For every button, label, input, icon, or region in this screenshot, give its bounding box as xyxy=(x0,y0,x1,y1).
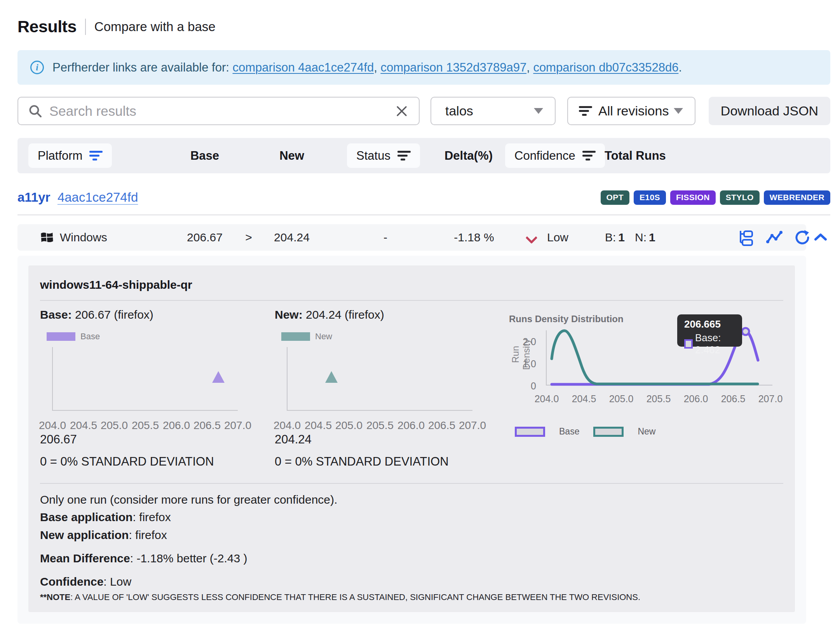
subtests-icon[interactable] xyxy=(737,229,755,246)
base-application-text: Base application: firefox xyxy=(40,511,171,524)
base-heading: Base: 206.67 (firefox) xyxy=(40,308,153,321)
tag-fission: FISSION xyxy=(670,190,716,205)
chart-tooltip: 206.665 Base: 2.462 xyxy=(677,314,742,347)
tag-opt: OPT xyxy=(601,190,629,205)
banner-sep-1: , xyxy=(374,61,380,74)
page-subtitle: Compare with a base xyxy=(94,19,216,34)
density-legend-new-swatch xyxy=(593,427,624,437)
tag-webrender: WEBRENDER xyxy=(764,190,830,205)
improvement-arrow-icon xyxy=(526,224,537,251)
graph-icon[interactable] xyxy=(765,229,783,246)
note-text: **NOTE: A VALUE OF 'LOW' SUGGESTS LESS C… xyxy=(40,592,640,602)
new-chart xyxy=(287,347,472,411)
confidence-header-label: Confidence xyxy=(514,149,575,163)
title-divider xyxy=(85,19,86,35)
base-chart-xaxis: 204.0 204.5 205.0 205.5 206.0 206.5 207.… xyxy=(52,419,254,431)
framework-select[interactable]: talos xyxy=(430,97,556,125)
platform-result-row[interactable]: Windows 206.67 > 204.24 - -1.18 % Low B:… xyxy=(17,224,806,251)
new-stddev-text: 0 = 0% STANDARD DEVIATION xyxy=(275,455,449,469)
filter-icon xyxy=(579,106,592,116)
delta-column-header: Delta(%) xyxy=(437,138,500,173)
new-heading: New: 204.24 (firefox) xyxy=(275,308,384,321)
comparison-link-1[interactable]: comparison 4aac1ce274fd xyxy=(233,61,374,74)
hover-point-marker xyxy=(742,328,749,335)
base-value: 206.67 xyxy=(174,224,236,251)
platform-filter-button[interactable]: Platform xyxy=(28,143,112,168)
search-placeholder: Search results xyxy=(49,103,396,119)
page-title: Results xyxy=(17,17,77,36)
panel-divider-bottom xyxy=(40,483,783,484)
panel-divider-top xyxy=(40,300,783,301)
tag-stylo: STYLO xyxy=(720,190,760,205)
filter-icon xyxy=(89,151,103,161)
results-page: Results Compare with a base i Perfherder… xyxy=(0,0,840,635)
confidence-filter-button[interactable]: Confidence xyxy=(505,143,605,168)
status-header-label: Status xyxy=(356,149,390,163)
density-legend: Base New xyxy=(515,426,665,437)
results-table-header: Platform Base New Status Delta(%) Confid… xyxy=(17,138,830,173)
banner-prefix: Perfherder links are available for: xyxy=(52,61,233,74)
new-value-text: 204.24 xyxy=(275,433,312,447)
search-input[interactable]: Search results xyxy=(17,97,420,125)
direction-symbol: > xyxy=(233,224,264,251)
suite-name: a11yr xyxy=(17,190,50,204)
base-stddev-text: 0 = 0% STANDARD DEVIATION xyxy=(40,455,214,469)
new-chart-xaxis: 204.0 204.5 205.0 205.5 206.0 206.5 207.… xyxy=(287,419,489,431)
confidence-text: Confidence: Low xyxy=(40,575,131,588)
clear-search-icon[interactable] xyxy=(396,105,408,117)
subtest-title: windows11-64-shippable-qr xyxy=(40,278,192,291)
chevron-down-icon xyxy=(674,108,683,114)
density-chart-title: Runs Density Distribution xyxy=(509,314,624,324)
base-chart xyxy=(52,347,238,411)
banner-period: . xyxy=(678,61,682,74)
new-marker xyxy=(325,371,338,383)
suite-title: a11yr 4aac1ce274fd xyxy=(17,190,138,205)
base-legend-label: Base xyxy=(80,331,100,342)
download-json-button[interactable]: Download JSON xyxy=(709,97,830,125)
section-divider xyxy=(17,215,830,215)
suite-revision-link[interactable]: 4aac1ce274fd xyxy=(58,190,138,204)
base-legend-swatch xyxy=(47,332,75,341)
tag-e10s: E10S xyxy=(634,190,666,205)
filter-icon xyxy=(397,151,411,161)
density-legend-base-label: Base xyxy=(559,426,579,437)
info-banner: i Perfherder links are available for: co… xyxy=(17,50,830,85)
framework-value: talos xyxy=(445,103,473,119)
info-icon: i xyxy=(30,61,44,74)
new-legend-label: New xyxy=(315,331,332,342)
total-runs-value: B:1N:1 xyxy=(605,224,655,251)
subtest-detail-panel: windows11-64-shippable-qr Base: 206.67 (… xyxy=(28,265,795,612)
confidence-value: Low xyxy=(547,224,568,251)
base-legend: Base xyxy=(47,331,100,342)
chevron-down-icon xyxy=(534,108,543,114)
comparison-link-2[interactable]: comparison 1352d3789a97 xyxy=(380,61,526,74)
collapse-chevron-icon[interactable] xyxy=(814,232,828,243)
new-column-header: New xyxy=(261,138,323,173)
tooltip-value: 206.665 xyxy=(684,318,742,330)
page-header: Results Compare with a base xyxy=(17,17,216,36)
suite-row: a11yr 4aac1ce274fd OPT E10S FISSION STYL… xyxy=(17,189,830,206)
new-legend: New xyxy=(281,331,332,342)
status-filter-button[interactable]: Status xyxy=(347,143,420,168)
base-value-text: 206.67 xyxy=(40,433,77,447)
new-application-text: New application: firefox xyxy=(40,529,167,542)
banner-sep-2: , xyxy=(526,61,533,74)
base-column-header: Base xyxy=(174,138,236,173)
revisions-select[interactable]: All revisions xyxy=(567,97,695,125)
platform-name: Windows xyxy=(60,231,107,244)
status-value: - xyxy=(370,224,401,251)
filter-icon xyxy=(582,151,596,161)
suite-tags: OPT E10S FISSION STYLO WEBRENDER xyxy=(601,190,830,205)
download-json-label: Download JSON xyxy=(721,103,818,119)
platform-header-label: Platform xyxy=(38,149,82,163)
retrigger-icon[interactable] xyxy=(793,229,811,246)
delta-value: -1.18 % xyxy=(443,224,505,251)
revisions-value: All revisions xyxy=(598,103,669,119)
windows-logo-icon xyxy=(40,230,54,244)
banner-text: Perfherder links are available for: comp… xyxy=(52,61,682,75)
new-legend-swatch xyxy=(281,332,310,341)
mean-difference-text: Mean Difference: -1.18% better (-2.43 ) xyxy=(40,552,247,565)
new-value: 204.24 xyxy=(261,224,323,251)
comparison-link-3[interactable]: comparison db07c33528d6 xyxy=(533,61,678,74)
density-legend-new-label: New xyxy=(638,426,655,437)
